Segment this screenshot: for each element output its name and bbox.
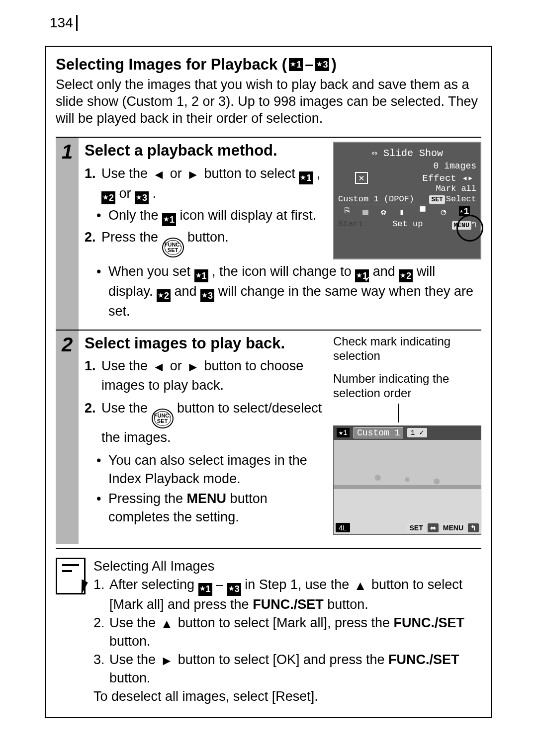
text: button to select xyxy=(204,166,299,181)
text: Use the xyxy=(101,401,152,416)
text: Use the xyxy=(101,166,152,181)
star2-icon: ★2 xyxy=(399,269,413,282)
content-frame: Selecting Images for Playback ( ★1 – ★3 … xyxy=(45,46,492,718)
loop-icon: ⎘ xyxy=(345,206,350,217)
grid-icon: ▦ xyxy=(363,206,368,217)
cam-effect: Effect xyxy=(422,173,456,184)
bullet-text: When you set ★1 , the icon will change t… xyxy=(108,262,481,321)
star3-icon: ★3 xyxy=(227,583,241,596)
section-title: Selecting Images for Playback ( ★1 – ★3 … xyxy=(56,56,481,74)
funcset-label: FUNC./SET xyxy=(394,615,465,630)
substep-num: 1. xyxy=(85,165,101,204)
bullet-icon: • xyxy=(96,451,108,488)
note-text: Use the ► button to select [OK] and pres… xyxy=(109,651,481,687)
substep-text: Press the FUNC.SET button. xyxy=(101,228,327,257)
cam-setup: Set up xyxy=(392,219,423,230)
text: button to select [OK] and press the xyxy=(178,652,388,667)
cam-title: ⇔ Slide Show xyxy=(338,147,476,159)
star3-icon: ★3 xyxy=(200,289,214,302)
resolution-badge: 4L xyxy=(336,523,350,532)
folder-icon: ▮ xyxy=(399,206,405,217)
text: Press the xyxy=(101,230,162,245)
bullet-icon: • xyxy=(96,206,108,226)
text: and xyxy=(373,264,399,279)
star1-icon: ★1 xyxy=(289,58,303,71)
funcset-label: FUNC./SET xyxy=(388,652,459,667)
text: Pressing the xyxy=(108,491,187,506)
up-arrow-icon: ▲ xyxy=(353,578,368,594)
text: , xyxy=(317,166,321,181)
cam-custom: Custom 1 (DPOF) xyxy=(338,194,414,204)
selection-badge: 1 ✓ xyxy=(407,428,427,437)
step-number-cell: 2 xyxy=(56,331,79,544)
star2-icon: ★2 xyxy=(157,289,171,302)
bullet-text: You can also select images in the Index … xyxy=(108,451,327,488)
star1-icon: ★1 xyxy=(162,213,176,226)
star3-icon: ★3 xyxy=(315,58,329,71)
text: Only the xyxy=(108,208,162,223)
text: – xyxy=(216,577,227,592)
note-num: 2. xyxy=(93,614,109,650)
left-arrow-icon: ◄ xyxy=(152,166,167,183)
text: Use the xyxy=(109,615,160,630)
left-arrow-icon: ◄ xyxy=(152,358,167,376)
text: Use the xyxy=(109,652,160,667)
text: button. xyxy=(109,634,151,649)
text: , the icon will change to xyxy=(212,264,355,279)
substep-num: 1. xyxy=(85,357,101,394)
star2-icon: ★2 xyxy=(101,191,115,204)
bullet-text: Pressing the MENU button completes the s… xyxy=(108,490,327,526)
substep-text: Use the ◄ or ► button to select ★1 , ★2 … xyxy=(101,165,327,204)
notes-box: Selecting All Images 1. After selecting … xyxy=(56,549,481,705)
bullet-icon: • xyxy=(96,262,108,321)
step-1: 1 Select a playback method. 1. Use the ◄ xyxy=(56,137,481,330)
text: or xyxy=(170,166,186,181)
caption-checkmark: Check mark indicating selection xyxy=(333,335,481,363)
substep-text: Use the ◄ or ► button to choose images t… xyxy=(101,357,327,394)
text: When you set xyxy=(108,264,194,279)
camera-screen: ★1 Custom 1 1 ✓ 4L SET ⇔ MENU ↰ xyxy=(333,425,481,535)
cam-custom: Custom 1 xyxy=(354,427,403,438)
title-prefix: Selecting Images for Playback ( xyxy=(56,56,287,74)
title-dash: – xyxy=(305,56,313,74)
photo-thumbnail xyxy=(334,440,481,534)
title-suffix: ) xyxy=(331,56,336,74)
star3-icon: ★3 xyxy=(135,191,149,204)
note-text: Use the ▲ button to select [Mark all], p… xyxy=(109,614,481,650)
substep-num: 2. xyxy=(85,228,101,257)
star1-icon: ★1 xyxy=(299,171,313,184)
step-body: Select a playback method. 1. Use the ◄ o… xyxy=(79,138,481,330)
text: icon will display at first. xyxy=(180,208,317,223)
up-arrow-icon: ▲ xyxy=(160,616,175,633)
bullet-icon: • xyxy=(96,490,108,526)
step-heading: Select a playback method. xyxy=(85,142,327,160)
leaf-icon: ✿ xyxy=(381,206,386,217)
text: in Step 1, use the xyxy=(245,577,353,592)
text: or xyxy=(170,358,186,373)
cam-set-badge: SET xyxy=(429,195,445,204)
note-text: After selecting ★1 – ★3 in Step 1, use t… xyxy=(109,576,481,613)
note-num: 1. xyxy=(93,576,109,613)
step-heading: Select images to play back. xyxy=(85,335,327,352)
substep-text: Use the FUNC.SET button to select/desele… xyxy=(101,399,327,446)
text: . xyxy=(153,186,157,201)
right-arrow-icon: ► xyxy=(185,358,200,376)
cam-mark-all: Mark all xyxy=(338,184,476,193)
step-number-cell: 1 xyxy=(56,138,79,330)
callout-circle xyxy=(456,215,483,242)
caption-number: Number indicating the selection order xyxy=(333,372,481,401)
text: and xyxy=(175,284,201,299)
text: or xyxy=(119,186,135,201)
cam-start: Start xyxy=(338,219,363,230)
cam-select: Select xyxy=(446,194,476,204)
funcset-label: FUNC./SET xyxy=(253,597,324,612)
star1-icon: ★1 xyxy=(198,583,212,596)
right-arrow-icon: ► xyxy=(160,653,175,670)
notes-title: Selecting All Images xyxy=(93,558,481,575)
bullet-text: Only the ★1 icon will display at first. xyxy=(108,206,316,226)
text: button. xyxy=(109,671,151,685)
clock-icon: ◔ xyxy=(441,206,447,217)
cam-images-count: 0 images xyxy=(338,161,476,171)
text: After selecting xyxy=(109,577,198,592)
manual-page: 134 Selecting Images for Playback ( ★1 –… xyxy=(0,0,537,748)
